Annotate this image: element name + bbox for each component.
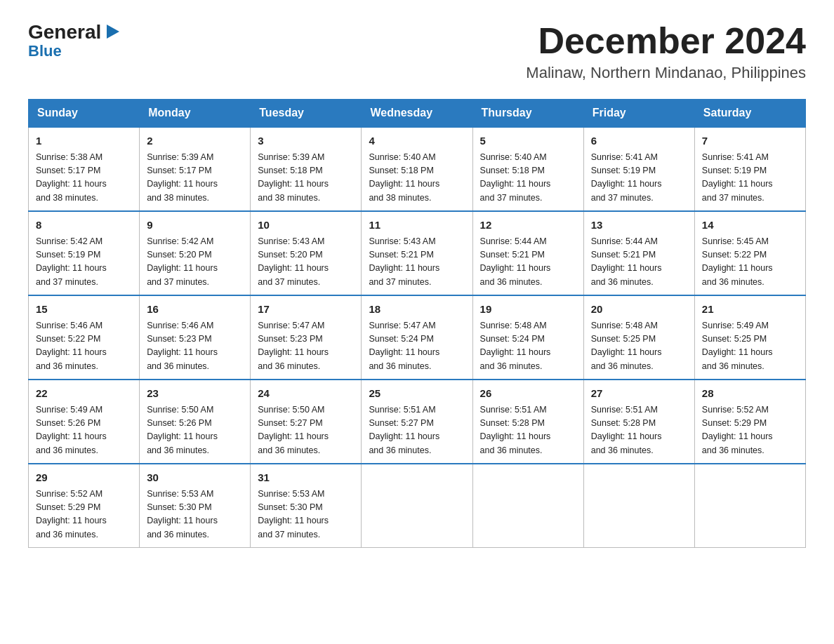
day-number: 10 xyxy=(258,217,354,234)
calendar-day-cell: 22Sunrise: 5:49 AMSunset: 5:26 PMDayligh… xyxy=(29,380,140,464)
day-number: 21 xyxy=(702,302,798,318)
day-sun-info: Sunrise: 5:45 AMSunset: 5:22 PMDaylight:… xyxy=(702,235,798,290)
day-sun-info: Sunrise: 5:41 AMSunset: 5:19 PMDaylight:… xyxy=(702,151,798,206)
day-sun-info: Sunrise: 5:51 AMSunset: 5:28 PMDaylight:… xyxy=(480,403,576,458)
calendar-day-cell: 31Sunrise: 5:53 AMSunset: 5:30 PMDayligh… xyxy=(251,464,362,548)
day-sun-info: Sunrise: 5:40 AMSunset: 5:18 PMDaylight:… xyxy=(480,151,576,206)
weekday-header-friday: Friday xyxy=(583,100,694,128)
day-number: 31 xyxy=(258,470,354,486)
day-sun-info: Sunrise: 5:51 AMSunset: 5:27 PMDaylight:… xyxy=(369,403,465,458)
location-subtitle: Malinaw, Northern Mindanao, Philippines xyxy=(526,64,806,82)
calendar-day-cell xyxy=(472,464,583,548)
day-number: 14 xyxy=(702,217,798,234)
calendar-day-cell: 28Sunrise: 5:52 AMSunset: 5:29 PMDayligh… xyxy=(694,380,805,464)
day-number: 17 xyxy=(258,302,354,318)
logo-text-blue: Blue xyxy=(28,42,62,60)
day-sun-info: Sunrise: 5:48 AMSunset: 5:24 PMDaylight:… xyxy=(480,319,576,374)
day-sun-info: Sunrise: 5:42 AMSunset: 5:19 PMDaylight:… xyxy=(36,235,132,290)
calendar-day-cell: 2Sunrise: 5:39 AMSunset: 5:17 PMDaylight… xyxy=(140,127,251,211)
day-number: 4 xyxy=(369,133,465,149)
calendar-day-cell: 4Sunrise: 5:40 AMSunset: 5:18 PMDaylight… xyxy=(362,127,472,211)
day-number: 20 xyxy=(591,302,687,318)
calendar-day-cell: 21Sunrise: 5:49 AMSunset: 5:25 PMDayligh… xyxy=(694,295,805,380)
day-sun-info: Sunrise: 5:51 AMSunset: 5:28 PMDaylight:… xyxy=(591,403,687,458)
calendar-day-cell: 18Sunrise: 5:47 AMSunset: 5:24 PMDayligh… xyxy=(362,295,472,380)
day-number: 7 xyxy=(702,133,798,149)
calendar-week-row: 1Sunrise: 5:38 AMSunset: 5:17 PMDaylight… xyxy=(29,127,806,211)
month-year-title: December 2024 xyxy=(526,21,806,61)
calendar-day-cell: 16Sunrise: 5:46 AMSunset: 5:23 PMDayligh… xyxy=(140,295,251,380)
calendar-day-cell: 1Sunrise: 5:38 AMSunset: 5:17 PMDaylight… xyxy=(29,127,140,211)
calendar-day-cell: 10Sunrise: 5:43 AMSunset: 5:20 PMDayligh… xyxy=(251,211,362,295)
day-number: 24 xyxy=(258,386,354,402)
weekday-header-thursday: Thursday xyxy=(472,100,583,128)
day-sun-info: Sunrise: 5:50 AMSunset: 5:26 PMDaylight:… xyxy=(147,403,243,458)
day-number: 18 xyxy=(369,302,465,318)
day-number: 19 xyxy=(480,302,576,318)
day-number: 6 xyxy=(591,133,687,149)
day-number: 12 xyxy=(480,217,576,234)
day-sun-info: Sunrise: 5:46 AMSunset: 5:22 PMDaylight:… xyxy=(36,319,132,374)
day-sun-info: Sunrise: 5:40 AMSunset: 5:18 PMDaylight:… xyxy=(369,151,465,206)
day-sun-info: Sunrise: 5:39 AMSunset: 5:17 PMDaylight:… xyxy=(147,151,243,206)
day-number: 23 xyxy=(147,386,243,402)
calendar-day-cell: 14Sunrise: 5:45 AMSunset: 5:22 PMDayligh… xyxy=(694,211,805,295)
weekday-header-monday: Monday xyxy=(140,100,251,128)
calendar-day-cell: 26Sunrise: 5:51 AMSunset: 5:28 PMDayligh… xyxy=(472,380,583,464)
logo: General Blue xyxy=(28,21,122,60)
day-number: 29 xyxy=(36,470,132,486)
page-header: General Blue December 2024 Malinaw, Nort… xyxy=(28,21,806,82)
weekday-header-saturday: Saturday xyxy=(694,100,805,128)
calendar-day-cell xyxy=(362,464,472,548)
day-sun-info: Sunrise: 5:48 AMSunset: 5:25 PMDaylight:… xyxy=(591,319,687,374)
day-sun-info: Sunrise: 5:44 AMSunset: 5:21 PMDaylight:… xyxy=(591,235,687,290)
day-sun-info: Sunrise: 5:49 AMSunset: 5:25 PMDaylight:… xyxy=(702,319,798,374)
calendar-table: SundayMondayTuesdayWednesdayThursdayFrid… xyxy=(28,99,806,548)
day-sun-info: Sunrise: 5:47 AMSunset: 5:23 PMDaylight:… xyxy=(258,319,354,374)
day-number: 11 xyxy=(369,217,465,234)
day-number: 3 xyxy=(258,133,354,149)
calendar-day-cell xyxy=(694,464,805,548)
title-area: December 2024 Malinaw, Northern Mindanao… xyxy=(526,21,806,82)
calendar-week-row: 15Sunrise: 5:46 AMSunset: 5:22 PMDayligh… xyxy=(29,295,806,380)
calendar-day-cell: 6Sunrise: 5:41 AMSunset: 5:19 PMDaylight… xyxy=(583,127,694,211)
day-number: 15 xyxy=(36,302,132,318)
day-number: 25 xyxy=(369,386,465,402)
calendar-week-row: 22Sunrise: 5:49 AMSunset: 5:26 PMDayligh… xyxy=(29,380,806,464)
day-sun-info: Sunrise: 5:52 AMSunset: 5:29 PMDaylight:… xyxy=(36,488,132,542)
svg-marker-0 xyxy=(107,25,119,39)
day-sun-info: Sunrise: 5:53 AMSunset: 5:30 PMDaylight:… xyxy=(147,488,243,542)
day-number: 27 xyxy=(591,386,687,402)
calendar-day-cell: 29Sunrise: 5:52 AMSunset: 5:29 PMDayligh… xyxy=(29,464,140,548)
day-sun-info: Sunrise: 5:43 AMSunset: 5:21 PMDaylight:… xyxy=(369,235,465,290)
day-number: 5 xyxy=(480,133,576,149)
day-sun-info: Sunrise: 5:50 AMSunset: 5:27 PMDaylight:… xyxy=(258,403,354,458)
weekday-header-wednesday: Wednesday xyxy=(362,100,472,128)
calendar-day-cell: 20Sunrise: 5:48 AMSunset: 5:25 PMDayligh… xyxy=(583,295,694,380)
calendar-day-cell: 27Sunrise: 5:51 AMSunset: 5:28 PMDayligh… xyxy=(583,380,694,464)
day-number: 28 xyxy=(702,386,798,402)
day-sun-info: Sunrise: 5:53 AMSunset: 5:30 PMDaylight:… xyxy=(258,488,354,542)
logo-arrow-icon xyxy=(102,22,122,41)
day-sun-info: Sunrise: 5:47 AMSunset: 5:24 PMDaylight:… xyxy=(369,319,465,374)
calendar-week-row: 29Sunrise: 5:52 AMSunset: 5:29 PMDayligh… xyxy=(29,464,806,548)
calendar-day-cell: 30Sunrise: 5:53 AMSunset: 5:30 PMDayligh… xyxy=(140,464,251,548)
calendar-day-cell: 9Sunrise: 5:42 AMSunset: 5:20 PMDaylight… xyxy=(140,211,251,295)
day-number: 8 xyxy=(36,217,132,234)
day-number: 16 xyxy=(147,302,243,318)
day-sun-info: Sunrise: 5:52 AMSunset: 5:29 PMDaylight:… xyxy=(702,403,798,458)
day-sun-info: Sunrise: 5:39 AMSunset: 5:18 PMDaylight:… xyxy=(258,151,354,206)
calendar-day-cell xyxy=(583,464,694,548)
calendar-day-cell: 12Sunrise: 5:44 AMSunset: 5:21 PMDayligh… xyxy=(472,211,583,295)
day-sun-info: Sunrise: 5:44 AMSunset: 5:21 PMDaylight:… xyxy=(480,235,576,290)
calendar-day-cell: 7Sunrise: 5:41 AMSunset: 5:19 PMDaylight… xyxy=(694,127,805,211)
calendar-day-cell: 11Sunrise: 5:43 AMSunset: 5:21 PMDayligh… xyxy=(362,211,472,295)
calendar-day-cell: 5Sunrise: 5:40 AMSunset: 5:18 PMDaylight… xyxy=(472,127,583,211)
day-sun-info: Sunrise: 5:46 AMSunset: 5:23 PMDaylight:… xyxy=(147,319,243,374)
logo-text-general: General xyxy=(28,21,101,43)
day-number: 13 xyxy=(591,217,687,234)
calendar-week-row: 8Sunrise: 5:42 AMSunset: 5:19 PMDaylight… xyxy=(29,211,806,295)
calendar-day-cell: 8Sunrise: 5:42 AMSunset: 5:19 PMDaylight… xyxy=(29,211,140,295)
day-sun-info: Sunrise: 5:43 AMSunset: 5:20 PMDaylight:… xyxy=(258,235,354,290)
calendar-day-cell: 23Sunrise: 5:50 AMSunset: 5:26 PMDayligh… xyxy=(140,380,251,464)
